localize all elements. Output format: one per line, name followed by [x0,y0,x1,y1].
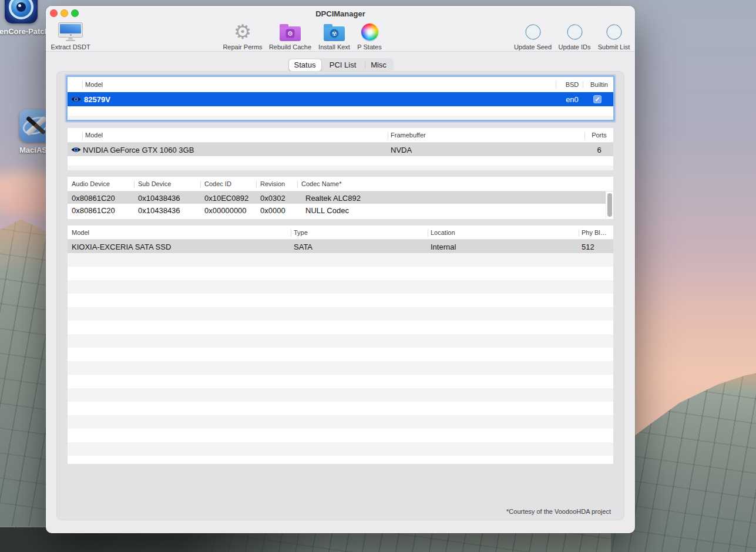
tab-label: Status [294,60,316,69]
graphics-table: Model Framebuffer Ports NVIDIA GeForce G… [68,128,613,170]
window-title: DPCIManager [46,9,635,18]
column-header-codec-name[interactable]: Codec Name* [301,180,341,187]
eye-icon[interactable] [71,96,81,103]
cell-codec-id: 0x10EC0892 [204,193,248,202]
toolbar-rebuild-cache[interactable]: ⚙ Rebuild Cache [267,21,313,51]
cell-location: Internal [431,242,456,251]
audio-table: Audio Device Sub Device Codec ID Revisio… [68,177,613,219]
graphics-table-header: Model Framebuffer Ports [68,128,613,143]
cell-codec-name: Realtek ALC892 [305,193,361,202]
color-wheel-icon [353,21,386,42]
cell-codec-id: 0x00000000 [204,206,247,214]
storage-table-header: Model Type Location Phy Bl… [68,225,613,240]
column-header-builtin[interactable]: Builtin [586,81,613,88]
cell-type: SATA [294,242,313,251]
cell-model: 82579V [84,95,110,104]
blue-folder-radioactive-icon: ☢ [313,21,355,42]
network-row-selected[interactable]: 82579V en0 ✓ [68,92,613,106]
globe-icon [594,21,634,42]
empty-row [68,116,613,120]
eye-icon[interactable] [71,146,81,153]
column-header-type[interactable]: Type [294,229,308,236]
cell-phy-block: 512 [582,242,594,251]
toolbar-install-kext[interactable]: ☢ Install Kext [313,21,355,51]
toolbar-label: Install Kext [313,43,355,51]
dpcimanager-window: DPCIManager Extract DSDT ⚙ Repair Perms … [46,6,635,533]
cell-bsd: en0 [559,95,586,104]
column-header-sub-device[interactable]: Sub Device [138,180,171,187]
toolbar-label: Update IDs [555,43,594,51]
desktop: enCore-Patch MaciASL DPCIManager Extract… [0,0,756,552]
cell-model: KIOXIA-EXCERIA SATA SSD [72,242,171,251]
column-header-phy-block[interactable]: Phy Bl… [582,229,607,236]
toolbar-label: Update Seed [512,43,554,51]
audio-table-scrollbar[interactable] [606,192,613,219]
audio-row-selected[interactable]: 0x80861C20 0x10438436 0x10EC0892 0x0302 … [68,191,606,204]
toolbar-update-ids[interactable]: Update IDs [555,21,594,51]
toolbar-update-seed[interactable]: Update Seed [512,21,554,51]
cell-revision: 0x0302 [260,193,285,202]
audio-table-header: Audio Device Sub Device Codec ID Revisio… [68,177,613,191]
column-header-revision[interactable]: Revision [260,180,285,187]
opencore-patcher-icon [5,0,38,23]
storage-row-selected[interactable]: KIOXIA-EXCERIA SATA SSD SATA Internal 51… [68,240,613,253]
network-table: Model BSD Builtin 82579V en0 ✓ [68,77,613,120]
toolbar-label: Repair Perms [221,43,264,51]
column-header-model[interactable]: Model [72,229,89,236]
cell-audio-device: 0x80861C20 [72,206,115,214]
network-table-header: Model BSD Builtin [68,77,613,92]
column-header-audio-device[interactable]: Audio Device [72,180,110,187]
view-segmented-control: Status PCI List Misc [288,58,394,72]
tab-misc[interactable]: Misc [365,59,392,71]
toolbar-repair-perms[interactable]: ⚙ Repair Perms [221,21,264,51]
gear-icon: ⚙ [221,21,264,42]
cell-ports: 6 [587,145,611,154]
cell-codec-name: NULL Codec [305,206,349,214]
empty-row [68,166,613,170]
cell-audio-device: 0x80861C20 [72,193,115,202]
toolbar-label: Extract DSDT [49,43,92,51]
toolbar-label: Submit List [594,43,634,51]
tab-status[interactable]: Status [289,59,321,71]
desktop-icon-label: enCore-Patch [0,27,49,36]
cell-sub-device: 0x104385F2 [138,217,180,219]
toolbar-label: P States [353,43,386,51]
cell-sub-device: 0x10438436 [138,193,180,202]
empty-rows [68,253,613,464]
empty-row [68,156,613,166]
imac-display-icon [49,21,92,42]
graphics-row-selected[interactable]: NVIDIA GeForce GTX 1060 3GB NVDA 6 [68,143,613,156]
toolbar-p-states[interactable]: P States [353,21,386,51]
empty-row [68,106,613,116]
column-header-codec-id[interactable]: Codec ID [204,180,231,187]
column-header-model[interactable]: Model [85,81,103,88]
column-header-model[interactable]: Model [85,132,103,139]
column-header-location[interactable]: Location [431,229,455,236]
purple-folder-gear-icon: ⚙ [267,21,313,42]
audio-row-clipped[interactable]: 0x10DE10F1 0x104385F2 [68,216,606,219]
toolbar-label: Rebuild Cache [267,43,313,51]
storage-table: Model Type Location Phy Bl… KIOXIA-EXCER… [68,225,613,464]
toolbar-submit-list[interactable]: Submit List [594,21,634,51]
cell-revision: 0x0000 [260,206,285,214]
globe-icon [555,21,594,42]
voodoohda-credit: *Courtesy of the VoodooHDA project [506,508,611,515]
cell-model: NVIDIA GeForce GTX 1060 3GB [83,145,194,154]
column-header-ports[interactable]: Ports [587,132,611,139]
scrollbar-thumb[interactable] [607,193,612,217]
column-header-bsd[interactable]: BSD [559,81,586,88]
desktop-icon-opencore-patcher[interactable]: enCore-Patch [0,0,46,39]
audio-row[interactable]: 0x80861C20 0x10438436 0x00000000 0x0000 … [68,204,606,216]
cell-sub-device: 0x10438436 [138,206,180,214]
column-header-framebuffer[interactable]: Framebuffer [391,132,426,139]
cell-audio-device: 0x10DE10F1 [72,217,116,219]
globe-icon [512,21,554,42]
tab-pci-list[interactable]: PCI List [321,59,365,71]
toolbar-extract-dsdt[interactable]: Extract DSDT [49,21,92,51]
tab-label: Misc [371,60,387,69]
builtin-checkbox[interactable]: ✓ [593,95,602,103]
tab-label: PCI List [330,60,357,69]
cell-framebuffer: NVDA [391,145,412,154]
